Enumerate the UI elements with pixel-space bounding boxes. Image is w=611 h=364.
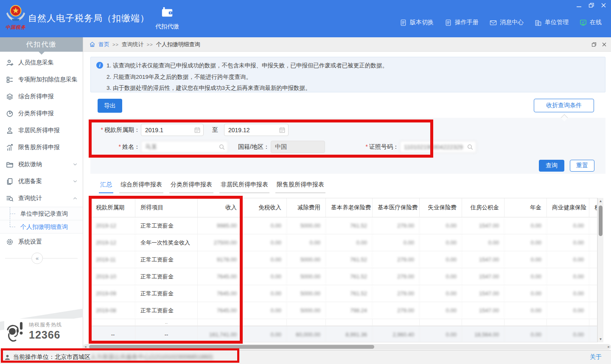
tab-summary[interactable]: 汇总 [99, 181, 113, 193]
sidebar-item-label: 专项附加扣除信息采集 [18, 76, 78, 83]
id-number-input[interactable] [400, 141, 476, 153]
sidebar-item-query-statistics[interactable]: 查询统计 [0, 190, 83, 207]
table-row[interactable]: 2019-08正常工资薪金7645.000.005000.00798.24279… [91, 302, 597, 319]
vertical-scrollbar[interactable]: ▲ ▼ [597, 198, 603, 342]
sidebar-item-label: 非居民所得申报 [18, 127, 78, 134]
sidebar-item-personnel-info[interactable]: 人员信息采集 [0, 54, 83, 71]
horizontal-scrollbar-thumb[interactable] [89, 345, 374, 349]
cell-tax [589, 268, 597, 285]
minimize-icon[interactable] [576, 2, 582, 8]
scroll-left-icon[interactable]: ◂ [84, 344, 87, 350]
reset-button[interactable]: 重置 [570, 160, 594, 172]
tab-restricted[interactable]: 限售股所得申报表 [275, 181, 325, 193]
window-controls [576, 2, 607, 8]
cell-income-item: 正常工资薪金 [135, 268, 198, 285]
cell-annuity: 0.00 [504, 217, 547, 234]
column-header-annuity: 年金 [504, 198, 547, 217]
name-label: *姓名： [92, 141, 140, 153]
cell-pension-insurance: 798.24 [326, 302, 373, 319]
table-row-ellipsis[interactable]: .. [91, 319, 597, 326]
cell-deduction-expense: 5000.00 [287, 302, 326, 319]
export-button[interactable]: 导出 [98, 99, 122, 113]
close-icon[interactable] [602, 42, 607, 47]
sidebar-subitem-unit-report-query[interactable]: 单位申报记录查询 [0, 207, 83, 220]
sidebar-item-system-settings[interactable]: 系统设置 [0, 233, 83, 250]
cell-income-item: 正常工资薪金 [135, 217, 198, 234]
notice-line: 1. 该查询统计表仅能查询已申报成功的数据，不包含未申报、申报失败，已申报但已作… [107, 62, 388, 69]
header-menu-manual[interactable]: 操作手册 [445, 19, 479, 26]
sidebar-item-special-deduction[interactable]: 专项附加扣除信息采集 [0, 71, 83, 88]
sidebar-item-tax-payment[interactable]: 税款缴纳 [0, 156, 83, 173]
cell-income-item: 正常工资薪金 [135, 302, 198, 319]
tab-comprehensive[interactable]: 综合所得申报表 [119, 181, 163, 193]
column-header-unemployment-insurance: 失业保险费 [420, 198, 462, 217]
tab-nonresident[interactable]: 非居民所得申报表 [219, 181, 269, 193]
cell-income-item: 正常工资薪金 [135, 251, 198, 268]
id-number-label: *证照号码： [358, 141, 399, 153]
content-area: i 1. 该查询统计表仅能查询已申报成功的数据，不包含未申报、申报失败，已申报但… [83, 52, 611, 350]
wallet-icon [160, 6, 174, 19]
sidebar-item-nonresident-income[interactable]: 非居民所得申报 [0, 122, 83, 139]
search-icon[interactable] [219, 144, 225, 150]
cell-income-item: 正常工资薪金 [135, 285, 198, 302]
header-menu-unit-management[interactable]: 单位管理 [535, 19, 569, 26]
scroll-up-icon[interactable]: ▲ [598, 199, 603, 203]
header-menu-message-center[interactable]: 消息中心 [490, 19, 524, 26]
column-header-tax-period: 税款所属期 [91, 198, 135, 217]
header-menu-online-status[interactable]: 在线 [580, 19, 602, 26]
header-menu-version-switch[interactable]: 版本切换 [400, 19, 434, 26]
header-module-tab[interactable]: 代扣代缴 [149, 6, 185, 31]
sidebar-subitem-personal-withholding-query[interactable]: 个人扣缴明细查询 [0, 220, 83, 233]
restore-icon[interactable] [588, 2, 594, 8]
breadcrumb-item[interactable]: 查询统计 [122, 41, 144, 48]
name-input[interactable] [141, 141, 228, 153]
scroll-right-icon[interactable]: ▸ [608, 344, 610, 350]
cell-tax [589, 251, 597, 268]
cell-income-item: .. [135, 319, 198, 325]
sidebar-collapse-button[interactable]: « [31, 253, 43, 264]
cell-income-item: -- [135, 326, 198, 342]
sidebar-item-comprehensive-income[interactable]: 综合所得申报 [0, 88, 83, 105]
cell-unemployment-insurance: 0.00 [420, 234, 462, 251]
cell-commercial-health: 0.00 [547, 251, 589, 268]
sidebar-item-preferential-filing[interactable]: 优惠备案 [0, 173, 83, 190]
sidebar-menu: 人员信息采集专项附加扣除信息采集综合所得申报分类所得申报非居民所得申报限售股所得… [0, 52, 83, 250]
home-icon [89, 41, 95, 47]
query-button[interactable]: 查询 [539, 160, 564, 172]
horizontal-scrollbar[interactable]: ◂ ▸ [83, 344, 611, 350]
table-row[interactable]: 2019-12全年一次性奖金收入27500.000.000.000.000.00… [91, 234, 597, 251]
table-row[interactable]: 2019-11正常工资薪金9178.000.005000.00761.52279… [91, 251, 597, 268]
table-row[interactable]: 2019-10正常工资薪金7645.000.005000.00761.52279… [91, 268, 597, 285]
cell-unemployment-insurance: 0.00 [420, 285, 462, 302]
sidebar: 代扣代缴 人员信息采集专项附加扣除信息采集综合所得申报分类所得申报非居民所得申报… [0, 37, 83, 350]
cell-commercial-health: 0.00 [547, 285, 589, 302]
table-summary-row[interactable]: ----161,741.000.0060,000.008,991.362,960… [91, 326, 597, 342]
cell-income [198, 319, 242, 325]
doc-icon [445, 19, 452, 26]
logo-text: 中国税务 [4, 24, 27, 31]
search-icon[interactable] [467, 144, 474, 150]
cell-deduction-expense: 0.00 [287, 234, 326, 251]
cell-income: 7645.00 [198, 268, 242, 285]
cell-unemployment-insurance: 0.00 [420, 268, 462, 285]
hotline-label: 纳税服务热线 [29, 321, 62, 328]
cell-tax [589, 217, 597, 234]
about-link[interactable]: 关于 [590, 353, 602, 361]
report-tabs: 汇总综合所得申报表分类所得申报表非居民所得申报表限售股所得申报表 [99, 181, 331, 193]
cell-commercial-health: 0.00 [547, 302, 589, 319]
collapse-query-button[interactable]: 收折查询条件 [534, 99, 594, 112]
popout-icon[interactable] [591, 42, 597, 47]
scroll-down-icon[interactable]: ▼ [598, 337, 603, 341]
monitor-check-icon [580, 19, 587, 26]
user-icon [4, 354, 11, 361]
table-row[interactable]: 2019-12正常工资薪金9985.000.005000.00761.52279… [91, 217, 597, 234]
vertical-scrollbar-thumb[interactable] [599, 206, 603, 236]
close-icon[interactable] [600, 2, 607, 8]
sidebar-item-classified-income[interactable]: 分类所得申报 [0, 105, 83, 122]
sidebar-item-restricted-stock[interactable]: 限售股所得申报 [0, 139, 83, 156]
cell-unemployment-insurance [420, 319, 462, 325]
table-row[interactable]: 2019-09正常工资薪金7645.000.005000.00761.52279… [91, 285, 597, 302]
breadcrumb: 首页 >> 查询统计 >> 个人扣缴明细查询 [83, 37, 611, 52]
tab-classified[interactable]: 分类所得申报表 [169, 181, 213, 193]
breadcrumb-home[interactable]: 首页 [98, 41, 109, 48]
